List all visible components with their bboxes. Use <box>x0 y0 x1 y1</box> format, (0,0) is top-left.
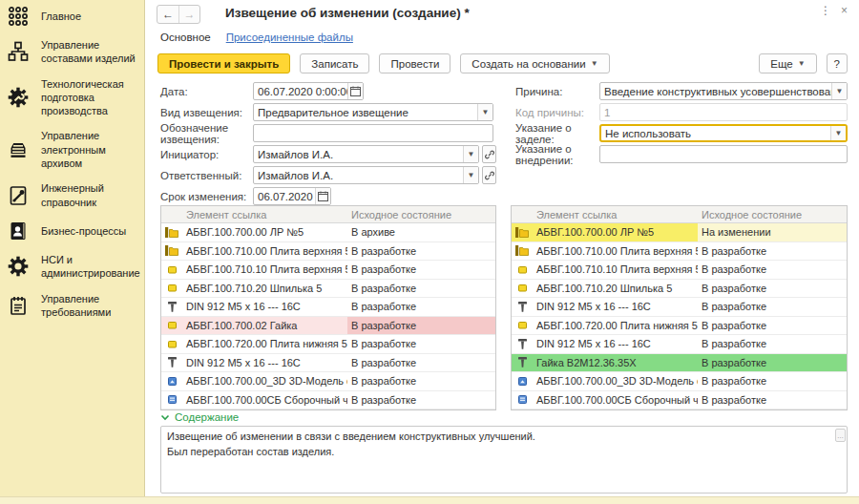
responsible-open-button[interactable] <box>482 166 496 184</box>
sidebar-item-3[interactable]: Управление электронным архивом <box>0 123 144 176</box>
table-row[interactable]: АБВГ.100.710.20 Шпилька 5В разработке <box>161 280 495 299</box>
write-button[interactable]: Записать <box>300 53 369 74</box>
initiator-open-button[interactable] <box>482 145 496 163</box>
initiator-combo[interactable]: Измайлов И.А. ▼ <box>253 145 479 163</box>
status-cell[interactable]: В разработке <box>347 317 495 335</box>
status-cell[interactable]: В разработке <box>698 391 847 410</box>
help-button[interactable]: ? <box>827 53 848 74</box>
table-row[interactable]: АБВГ.100.710.00 Плита верхняя 5 в сбореВ… <box>161 242 495 262</box>
table-row[interactable]: АБВГ.100.700.00СБ Сборочный чертежВ разр… <box>161 391 495 410</box>
element-ref-cell[interactable]: АБВГ.100.700.02 Гайка <box>182 317 347 335</box>
tab-main[interactable]: Основное <box>160 32 211 43</box>
chevron-down-icon[interactable]: ▼ <box>830 126 846 140</box>
status-cell[interactable]: В разработке <box>347 335 495 353</box>
element-ref-cell[interactable]: АБВГ.100.700.00_3D 3D-Модель сборки <box>182 372 347 390</box>
status-cell[interactable]: В разработке <box>698 372 847 390</box>
reason-combo[interactable]: Введение конструктивных усовершенствован… <box>599 82 848 100</box>
status-cell[interactable]: В архиве <box>347 223 495 242</box>
content-expand-button[interactable]: … <box>835 429 846 442</box>
tab-attached-files[interactable]: Присоединенные файлы <box>226 32 353 43</box>
sidebar-item-4[interactable]: Инженерный справочник <box>0 176 144 215</box>
element-ref-cell[interactable]: АБВГ.100.720.00 Плита нижняя 5 <box>182 335 347 353</box>
calendar-icon[interactable] <box>347 83 363 99</box>
date-field[interactable]: 06.07.2020 0:00:00 <box>253 82 364 100</box>
element-ref-cell[interactable]: АБВГ.100.700.00 ЛР №5 <box>533 223 698 242</box>
element-ref-cell[interactable]: DIN 912 M5 x 16 --- 16C <box>533 298 698 316</box>
status-cell[interactable]: В разработке <box>698 242 847 261</box>
post-and-close-button[interactable]: Провести и закрыть <box>157 53 290 74</box>
element-ref-cell[interactable]: DIN 912 M5 x 16 --- 16C <box>182 354 347 372</box>
back-button[interactable]: ← <box>157 6 178 23</box>
notice-code-input[interactable] <box>253 124 493 142</box>
element-ref-cell[interactable]: АБВГ.100.700.00СБ Сборочный чертеж <box>533 391 698 410</box>
notice-kind-combo[interactable]: Предварительное извещение ▼ <box>253 103 493 121</box>
sidebar-item-1[interactable]: Управление составами изделий <box>0 32 144 72</box>
content-textarea[interactable]: Извещение об изменении в связи с введени… <box>160 426 848 494</box>
sidebar-item-2[interactable]: Технологическая подготовка производства <box>0 72 144 124</box>
table-row[interactable]: АБВГ.100.720.00 Плита нижняя 5В разработ… <box>161 335 495 354</box>
status-cell[interactable]: В разработке <box>347 372 495 390</box>
changed-elements-table[interactable]: Элемент ссылка Исходное состояние АБВГ.1… <box>511 205 848 410</box>
element-ref-cell[interactable]: АБВГ.100.700.00 ЛР №5 <box>182 223 347 242</box>
element-ref-cell[interactable]: АБВГ.100.710.00 Плита верхняя 5 в сборе <box>182 242 347 261</box>
table-row[interactable]: АБВГ.100.700.00_3D 3D-Модель сборкиВ раз… <box>512 372 847 391</box>
status-cell[interactable]: В разработке <box>347 280 495 298</box>
status-cell[interactable]: На изменении <box>698 223 847 242</box>
table-row[interactable]: АБВГ.100.710.20 Шпилька 5В разработке <box>512 280 847 299</box>
sidebar-item-0[interactable]: Главное <box>0 0 144 32</box>
table-row[interactable]: Гайка В2М12.36.35ХВ разработке <box>512 354 847 373</box>
table-row[interactable]: АБВГ.100.720.00 Плита нижняя 5В разработ… <box>512 317 847 336</box>
content-section-header[interactable]: Содержание <box>160 411 239 423</box>
element-ref-cell[interactable]: АБВГ.100.710.10 Плита верхняя 5 <box>533 261 698 279</box>
table-row[interactable]: АБВГ.100.700.00СБ Сборочный чертежВ разр… <box>512 391 847 410</box>
sidebar-item-5[interactable]: Бизнес-процессы <box>0 215 144 247</box>
status-cell[interactable]: В разработке <box>698 298 847 316</box>
element-ref-cell[interactable]: АБВГ.100.710.20 Шпилька 5 <box>182 280 347 298</box>
table-row[interactable]: DIN 912 M5 x 16 --- 16CВ разработке <box>512 298 847 317</box>
status-cell[interactable]: В разработке <box>347 298 495 316</box>
responsible-combo[interactable]: Измайлов И.А. ▼ <box>253 166 479 184</box>
source-elements-table[interactable]: Элемент ссылка Исходное состояние АБВГ.1… <box>160 205 496 410</box>
table-row[interactable]: DIN 912 M5 x 16 --- 16CВ разработке <box>161 298 495 317</box>
element-ref-cell[interactable]: АБВГ.100.700.00СБ Сборочный чертеж <box>182 391 347 410</box>
status-cell[interactable]: В разработке <box>698 280 847 298</box>
status-cell[interactable]: В разработке <box>698 354 847 372</box>
calendar-icon[interactable] <box>315 188 330 204</box>
table-row[interactable]: АБВГ.100.710.10 Плита верхняя 5В разрабо… <box>161 261 495 280</box>
chevron-down-icon[interactable]: ▼ <box>477 104 492 120</box>
element-ref-cell[interactable]: АБВГ.100.710.10 Плита верхняя 5 <box>182 261 347 279</box>
sidebar-item-7[interactable]: Управление требованиями <box>0 286 144 326</box>
status-cell[interactable]: В разработке <box>347 391 495 410</box>
element-ref-cell[interactable]: АБВГ.100.700.00_3D 3D-Модель сборки <box>533 372 698 390</box>
table-row[interactable]: АБВГ.100.700.02 ГайкаВ разработке <box>161 317 495 336</box>
table-row[interactable]: АБВГ.100.700.00 ЛР №5В архиве <box>161 223 495 242</box>
table-row[interactable]: АБВГ.100.700.00_3D 3D-Модель сборкиВ раз… <box>161 372 495 391</box>
chevron-down-icon[interactable]: ▼ <box>831 83 847 99</box>
more-button[interactable]: Еще▼ <box>759 53 816 74</box>
create-based-on-button[interactable]: Создать на основании▼ <box>460 53 609 74</box>
status-cell[interactable]: В разработке <box>347 242 495 261</box>
more-menu-icon[interactable]: ⋮ <box>820 4 831 17</box>
reserve-note-combo[interactable]: Не использовать ▼ <box>599 124 848 142</box>
status-cell[interactable]: В разработке <box>698 317 847 335</box>
status-cell[interactable]: В разработке <box>698 261 847 279</box>
table-row[interactable]: АБВГ.100.710.10 Плита верхняя 5В разрабо… <box>512 261 847 280</box>
element-ref-cell[interactable]: DIN 912 M5 x 16 --- 16C <box>533 335 698 353</box>
forward-button[interactable]: → <box>178 6 199 23</box>
table-row[interactable]: АБВГ.100.710.00 Плита верхняя 5 в сбореВ… <box>512 242 847 262</box>
post-button[interactable]: Провести <box>379 53 450 74</box>
chevron-down-icon[interactable]: ▼ <box>463 146 478 162</box>
chevron-down-icon[interactable]: ▼ <box>463 167 478 183</box>
status-cell[interactable]: В разработке <box>347 354 495 372</box>
element-ref-cell[interactable]: АБВГ.100.710.00 Плита верхняя 5 в сборе <box>533 242 698 261</box>
table-row[interactable]: DIN 912 M5 x 16 --- 16CВ разработке <box>512 335 847 354</box>
implementation-note-input[interactable] <box>599 145 848 163</box>
element-ref-cell[interactable]: АБВГ.100.720.00 Плита нижняя 5 <box>533 317 698 335</box>
table-row[interactable]: DIN 912 M5 x 16 --- 16CВ разработке <box>161 354 495 373</box>
change-deadline-field[interactable]: 06.07.2020 <box>253 187 331 205</box>
element-ref-cell[interactable]: DIN 912 M5 x 16 --- 16C <box>182 298 347 316</box>
table-row[interactable]: АБВГ.100.700.00 ЛР №5На изменении <box>512 223 847 242</box>
status-cell[interactable]: В разработке <box>347 261 495 279</box>
element-ref-cell[interactable]: Гайка В2М12.36.35Х <box>533 354 698 372</box>
sidebar-item-6[interactable]: НСИ и администрирование <box>0 247 144 286</box>
